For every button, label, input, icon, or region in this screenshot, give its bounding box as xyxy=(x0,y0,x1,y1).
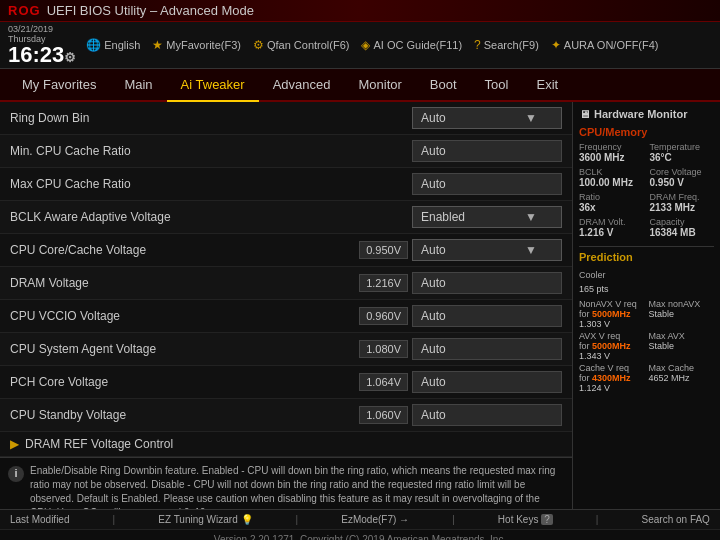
search-button[interactable]: ? Search(F9) xyxy=(474,38,539,52)
cpu-system-agent-value: 1.080V Auto xyxy=(359,338,562,360)
core-voltage-value: 0.950 V xyxy=(650,177,715,188)
cooler-value: 165 pts xyxy=(579,284,609,294)
cpu-standby-value: 1.060V Auto xyxy=(359,404,562,426)
monitor-icon: 🖥 xyxy=(579,108,590,120)
ring-down-bin-label: Ring Down Bin xyxy=(10,111,412,125)
temperature-value: 36°C xyxy=(650,152,715,163)
cpu-memory-title: CPU/Memory xyxy=(579,126,714,138)
cache-req-group: Cache V req for 4300MHz 1.124 V xyxy=(579,363,645,393)
info-bar: 03/21/2019 Thursday 16:23⚙ 🌐 English ★ M… xyxy=(0,22,720,69)
myfavorites-button[interactable]: ★ MyFavorite(F3) xyxy=(152,38,241,52)
cpu-core-voltage-badge: 0.950V xyxy=(359,241,408,259)
info-box: i Enable/Disable Ring Downbin feature. E… xyxy=(0,457,572,509)
dropdown-arrow-icon: ▼ xyxy=(525,243,537,257)
language-icon: 🌐 xyxy=(86,38,101,52)
bclk-aware-value[interactable]: Enabled ▼ xyxy=(412,206,562,228)
cpu-system-agent-badge: 1.080V xyxy=(359,340,408,358)
search-icon: ? xyxy=(474,38,481,52)
cpu-standby-label: CPU Standby Voltage xyxy=(10,408,359,422)
bottom-bar: Last Modified | EZ Tuning Wizard 💡 | EzM… xyxy=(0,509,720,529)
pch-core-field[interactable]: Auto xyxy=(412,371,562,393)
max-cpu-cache-field[interactable]: Auto xyxy=(412,173,562,195)
nav-main[interactable]: Main xyxy=(110,69,166,100)
settings-gear-icon[interactable]: ⚙ xyxy=(64,50,76,65)
setting-row-dram-voltage: DRAM Voltage 1.216V Auto xyxy=(0,267,572,300)
time: 16:23⚙ xyxy=(8,44,76,66)
frequency-group: Frequency 3600 MHz xyxy=(579,142,644,163)
nav-advanced[interactable]: Advanced xyxy=(259,69,345,100)
setting-row-min-cpu-cache: Min. CPU Cache Ratio Auto xyxy=(0,135,572,168)
prediction-title: Prediction xyxy=(579,251,714,263)
max-avx-group: Max AVX Stable xyxy=(649,331,715,361)
ring-down-bin-dropdown[interactable]: Auto ▼ xyxy=(412,107,562,129)
prediction-grid: NonAVX V req for 5000MHz 1.303 V Max non… xyxy=(579,299,714,393)
nav-monitor[interactable]: Monitor xyxy=(345,69,416,100)
info-text: Enable/Disable Ring Downbin feature. Ena… xyxy=(30,465,555,509)
dram-voltage-badge: 1.216V xyxy=(359,274,408,292)
language-button[interactable]: 🌐 English xyxy=(86,38,140,52)
setting-row-ring-down-bin: Ring Down Bin Auto ▼ xyxy=(0,102,572,135)
cpu-memory-grid: Frequency 3600 MHz Temperature 36°C BCLK… xyxy=(579,142,714,238)
title-bar: ROG UEFI BIOS Utility – Advanced Mode xyxy=(0,0,720,22)
rog-logo: ROG xyxy=(8,3,41,18)
ring-down-bin-value[interactable]: Auto ▼ xyxy=(412,107,562,129)
prediction-details: NonAVX V req for 5000MHz 1.303 V Max non… xyxy=(579,299,714,393)
temperature-group: Temperature 36°C xyxy=(650,142,715,163)
cpu-vccio-field[interactable]: Auto xyxy=(412,305,562,327)
title-text: UEFI BIOS Utility – Advanced Mode xyxy=(47,3,254,18)
ezmode-arrow-icon: → xyxy=(399,514,409,525)
cpu-core-voltage-dropdown[interactable]: Auto ▼ xyxy=(412,239,562,261)
hw-divider xyxy=(579,246,714,247)
dram-volt-value: 1.216 V xyxy=(579,227,644,238)
aura-icon: ✦ xyxy=(551,38,561,52)
cpu-standby-badge: 1.060V xyxy=(359,406,408,424)
ez-mode[interactable]: EzMode(F7) → xyxy=(341,514,409,525)
frequency-value: 3600 MHz xyxy=(579,152,644,163)
pch-core-label: PCH Core Voltage xyxy=(10,375,359,389)
nav-exit[interactable]: Exit xyxy=(522,69,572,100)
top-icons: 🌐 English ★ MyFavorite(F3) ⚙ Qfan Contro… xyxy=(86,38,712,52)
ai-icon: ◈ xyxy=(361,38,370,52)
dropdown-arrow-icon: ▼ xyxy=(525,210,537,224)
ratio-group: Ratio 36x xyxy=(579,192,644,213)
cooler-label: Cooler xyxy=(579,270,606,280)
version-text: Version 2.20.1271. Copyright (C) 2019 Am… xyxy=(214,534,506,540)
bclk-aware-dropdown[interactable]: Enabled ▼ xyxy=(412,206,562,228)
aioc-button[interactable]: ◈ AI OC Guide(F11) xyxy=(361,38,462,52)
cpu-standby-field[interactable]: Auto xyxy=(412,404,562,426)
main-area: Ring Down Bin Auto ▼ Min. CPU Cache Rati… xyxy=(0,102,720,509)
nav-my-favorites[interactable]: My Favorites xyxy=(8,69,110,100)
collapse-arrow-icon: ▶ xyxy=(10,437,19,451)
hotkeys-num-badge: ? xyxy=(541,514,553,525)
nonavx-req-group: NonAVX V req for 5000MHz 1.303 V xyxy=(579,299,645,329)
dram-voltage-field[interactable]: Auto xyxy=(412,272,562,294)
nav-boot[interactable]: Boot xyxy=(416,69,471,100)
dram-freq-group: DRAM Freq. 2133 MHz xyxy=(650,192,715,213)
nav-ai-tweaker[interactable]: Ai Tweaker xyxy=(167,69,259,102)
hot-keys[interactable]: Hot Keys ? xyxy=(498,514,553,525)
setting-row-bclk-aware: BCLK Aware Adaptive Voltage Enabled ▼ xyxy=(0,201,572,234)
pch-core-value: 1.064V Auto xyxy=(359,371,562,393)
cpu-system-agent-label: CPU System Agent Voltage xyxy=(10,342,359,356)
dram-ref-voltage-collapse[interactable]: ▶ DRAM REF Voltage Control xyxy=(0,432,572,457)
cpu-system-agent-field[interactable]: Auto xyxy=(412,338,562,360)
qfan-button[interactable]: ⚙ Qfan Control(F6) xyxy=(253,38,350,52)
nav-tool[interactable]: Tool xyxy=(471,69,523,100)
last-modified[interactable]: Last Modified xyxy=(10,514,69,525)
bclk-aware-label: BCLK Aware Adaptive Voltage xyxy=(10,210,412,224)
dram-voltage-value: 1.216V Auto xyxy=(359,272,562,294)
dram-freq-label: DRAM Freq. xyxy=(650,192,715,202)
search-on-faq[interactable]: Search on FAQ xyxy=(642,514,710,525)
frequency-label: Frequency xyxy=(579,142,644,152)
max-nonavx-group: Max nonAVX Stable xyxy=(649,299,715,329)
nav-bar: My Favorites Main Ai Tweaker Advanced Mo… xyxy=(0,69,720,102)
avx-req-group: AVX V req for 5000MHz 1.343 V xyxy=(579,331,645,361)
setting-row-cpu-vccio: CPU VCCIO Voltage 0.960V Auto xyxy=(0,300,572,333)
aura-button[interactable]: ✦ AURA ON/OFF(F4) xyxy=(551,38,659,52)
dram-ref-voltage-label: DRAM REF Voltage Control xyxy=(25,437,173,451)
min-cpu-cache-label: Min. CPU Cache Ratio xyxy=(10,144,412,158)
lightbulb-icon: 💡 xyxy=(241,514,253,525)
dram-freq-value: 2133 MHz xyxy=(650,202,715,213)
ez-tuning-wizard[interactable]: EZ Tuning Wizard 💡 xyxy=(158,514,252,525)
min-cpu-cache-field[interactable]: Auto xyxy=(412,140,562,162)
